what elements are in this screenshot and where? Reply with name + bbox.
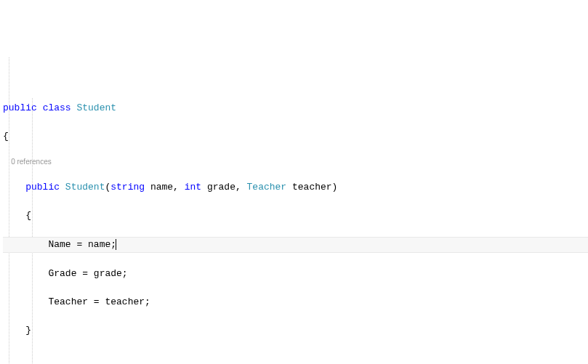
code-line: Teacher = teacher;: [3, 295, 588, 310]
code-line: {: [3, 209, 588, 223]
code-line: [3, 352, 588, 364]
code-line: public class Student: [3, 101, 588, 116]
codelens[interactable]: 0 references: [3, 158, 588, 166]
code-editor[interactable]: public class Student { 0 references publ…: [0, 43, 588, 365]
code-line: public Student(string name, int grade, T…: [3, 180, 588, 195]
code-line: {: [3, 129, 588, 144]
code-line: }: [3, 323, 588, 338]
text-cursor: [116, 239, 116, 250]
code-line-active: Name = name;: [3, 237, 588, 253]
code-line: Grade = grade;: [3, 267, 588, 281]
